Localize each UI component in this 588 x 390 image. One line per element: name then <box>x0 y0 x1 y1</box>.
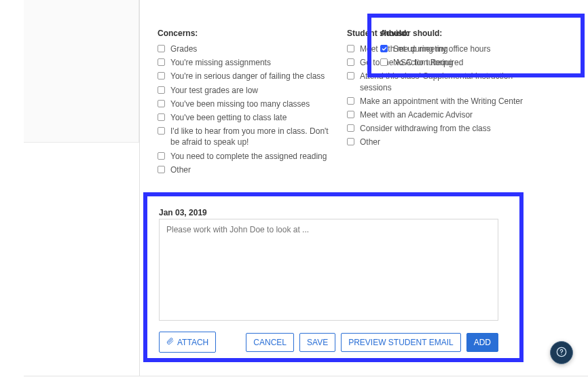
checkbox[interactable] <box>158 100 165 107</box>
checkbox-label: You're missing assignments <box>170 57 335 68</box>
checkbox[interactable] <box>158 113 165 121</box>
checkbox[interactable] <box>347 138 354 145</box>
checkbox-label: You've been missing too many classes <box>170 99 335 109</box>
checkbox[interactable] <box>380 58 388 66</box>
checkbox[interactable] <box>158 166 165 173</box>
checkbox-row: No Action Required <box>380 57 516 68</box>
checkbox-label: Your test grades are low <box>170 85 335 96</box>
checkbox[interactable] <box>158 127 165 135</box>
checkbox[interactable] <box>380 45 388 52</box>
preview-student-email-button[interactable]: PREVIEW STUDENT EMAIL <box>341 333 460 352</box>
checkbox[interactable] <box>347 58 354 66</box>
checkbox-row: Other <box>158 164 335 175</box>
checkbox-label: You need to complete the assigned readin… <box>170 151 335 162</box>
checkbox-label: You've been getting to class late <box>170 112 335 123</box>
advisor-should-header: Advisor should: <box>380 29 516 38</box>
save-button[interactable]: SAVE <box>299 333 335 352</box>
concerns-header: Concerns: <box>158 29 335 38</box>
checkbox[interactable] <box>158 86 165 94</box>
help-icon <box>556 347 567 359</box>
attach-label: ATTACH <box>177 338 208 347</box>
checkbox[interactable] <box>347 111 354 118</box>
note-textarea[interactable] <box>159 219 498 321</box>
sidebar-placeholder <box>24 0 139 143</box>
checkbox-label: I'd like to hear from you more in class.… <box>170 126 335 147</box>
advisor-should-column: Advisor should: Set up meetingNo Action … <box>380 29 516 71</box>
checkbox-label: Consider withdrawing from the class <box>360 123 524 134</box>
checkbox-label: You're in serious danger of failing the … <box>170 71 335 82</box>
help-button[interactable] <box>550 341 573 364</box>
checkbox-row: You're missing assignments <box>158 57 335 68</box>
checkbox-row: Set up meeting <box>380 43 516 54</box>
checkbox-label: Grades <box>170 43 335 54</box>
checkbox[interactable] <box>158 45 165 52</box>
action-button-row: ATTACH CANCEL SAVE PREVIEW STUDENT EMAIL… <box>159 332 498 353</box>
vertical-divider <box>139 0 140 376</box>
bottom-divider <box>24 376 588 376</box>
checkbox[interactable] <box>347 45 354 52</box>
concerns-column: Concerns: GradesYou're missing assignmen… <box>158 29 335 178</box>
checkbox-row: Other <box>347 137 524 147</box>
checkbox-row: You're in serious danger of failing the … <box>158 71 335 82</box>
checkbox-row: Consider withdrawing from the class <box>347 123 524 134</box>
checkbox-label: No Action Required <box>393 57 516 68</box>
checkbox-row: You've been missing too many classes <box>158 99 335 109</box>
checkbox[interactable] <box>347 124 354 132</box>
checkbox-label: Other <box>360 137 524 147</box>
paperclip-icon <box>166 336 174 348</box>
checkbox[interactable] <box>158 72 165 79</box>
cancel-button[interactable]: CANCEL <box>246 333 294 352</box>
checkbox[interactable] <box>158 152 165 160</box>
checkbox[interactable] <box>158 58 165 66</box>
checkbox-label: Attend this class' Supplemental Instruct… <box>360 71 524 92</box>
checkbox-row: Your test grades are low <box>158 85 335 96</box>
checkbox[interactable] <box>347 97 354 105</box>
attach-button[interactable]: ATTACH <box>159 332 216 353</box>
checkbox-row: I'd like to hear from you more in class.… <box>158 126 335 147</box>
note-date: Jan 03, 2019 <box>159 208 207 217</box>
checkbox-row: Meet with an Academic Advisor <box>347 109 524 120</box>
checkbox-row: Grades <box>158 43 335 54</box>
checkbox-row: Attend this class' Supplemental Instruct… <box>347 71 524 92</box>
checkbox-label: Set up meeting <box>393 43 516 54</box>
add-button[interactable]: ADD <box>466 333 498 352</box>
checkbox-row: Make an appointment with the Writing Cen… <box>347 96 524 107</box>
checkbox-label: Other <box>170 164 335 175</box>
checkbox-row: You need to complete the assigned readin… <box>158 151 335 162</box>
checkbox-label: Meet with an Academic Advisor <box>360 109 524 120</box>
checkbox-row: You've been getting to class late <box>158 112 335 123</box>
checkbox[interactable] <box>347 72 354 79</box>
checkbox-label: Make an appointment with the Writing Cen… <box>360 96 524 107</box>
